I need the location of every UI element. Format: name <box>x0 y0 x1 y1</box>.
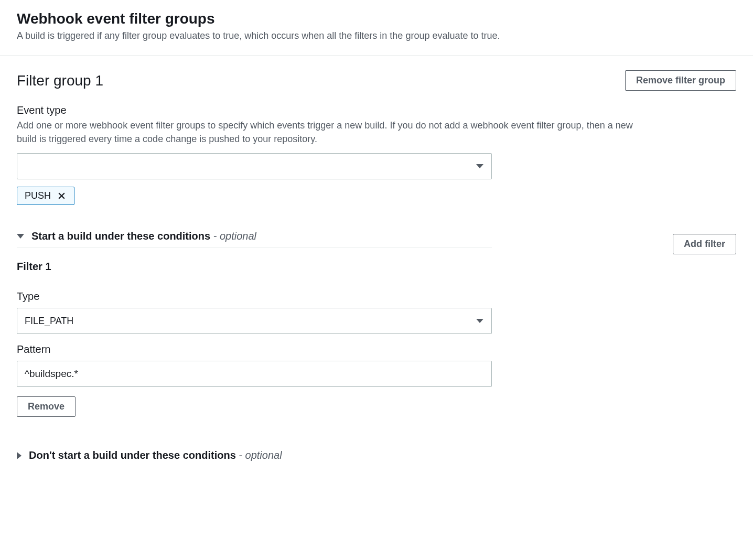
page-subtitle: A build is triggered if any filter group… <box>17 30 736 41</box>
filter-type-block: Type FILE_PATH <box>17 290 736 334</box>
page-title: Webhook event filter groups <box>17 10 736 27</box>
dont-start-toggle[interactable]: Don't start a build under these conditio… <box>17 446 736 467</box>
filter-title: Filter 1 <box>17 261 736 273</box>
filter-type-select[interactable]: FILE_PATH <box>17 308 492 334</box>
filter-type-label: Type <box>17 290 736 303</box>
start-conditions-row: Start a build under these conditions - o… <box>17 227 736 261</box>
event-type-tag-label: PUSH <box>25 190 51 201</box>
remove-filter-group-button[interactable]: Remove filter group <box>625 70 736 91</box>
start-conditions-label: Start a build under these conditions - o… <box>31 230 256 242</box>
dont-start-section: Don't start a build under these conditio… <box>17 446 736 467</box>
dont-start-label: Don't start a build under these conditio… <box>29 449 282 461</box>
header-divider <box>0 55 753 56</box>
event-type-tag: PUSH <box>17 187 74 205</box>
event-type-select-wrap <box>17 153 492 179</box>
start-conditions-header: Start a build under these conditions - o… <box>17 227 492 248</box>
remove-tag-button[interactable] <box>56 191 67 201</box>
event-type-label: Event type <box>17 104 736 116</box>
add-filter-button[interactable]: Add filter <box>673 234 736 254</box>
start-conditions-toggle[interactable]: Start a build under these conditions - o… <box>17 227 492 247</box>
filter-group-title: Filter group 1 <box>17 72 103 89</box>
filter-type-select-wrap: FILE_PATH <box>17 308 492 334</box>
event-type-select[interactable] <box>17 153 492 179</box>
filter-pattern-input[interactable] <box>17 361 492 387</box>
filter-pattern-label: Pattern <box>17 343 736 356</box>
caret-right-icon <box>17 452 21 459</box>
event-type-description: Add one or more webhook event filter gro… <box>17 119 646 146</box>
remove-filter-button[interactable]: Remove <box>17 396 76 417</box>
filter-group-header: Filter group 1 Remove filter group <box>17 70 736 91</box>
close-icon <box>57 191 66 200</box>
caret-down-icon <box>17 234 24 239</box>
